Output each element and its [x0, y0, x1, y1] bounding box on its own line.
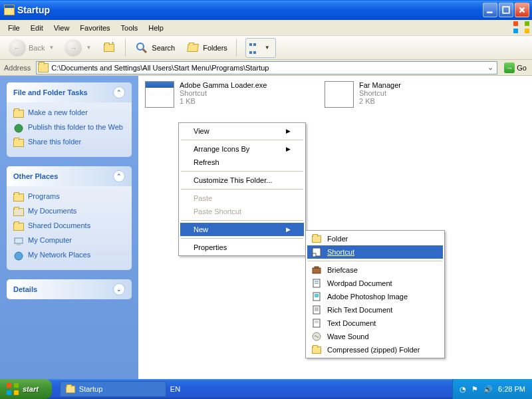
place-my-documents[interactable]: My Documents: [13, 205, 125, 219]
new-wordpad-document[interactable]: Wordpad Document: [307, 277, 443, 290]
text-document-icon: [311, 318, 322, 329]
file-name: Far Manager: [359, 81, 401, 89]
file-size: 2 KB: [359, 97, 401, 105]
windows-logo-icon: [7, 383, 19, 395]
tray-volume-icon[interactable]: 🔊: [483, 385, 493, 394]
file-item-far-manager[interactable]: Far Manager Shortcut 2 KB: [325, 81, 497, 108]
panel-title: Details: [13, 285, 37, 293]
collapse-icon[interactable]: ⌃: [113, 86, 125, 98]
new-text-document[interactable]: Text Document: [307, 317, 443, 330]
taskbar: start Startup EN ◔ ⚑ 🔊 6:28 PM: [0, 379, 532, 399]
new-wave-sound[interactable]: Wave Sound: [307, 330, 443, 343]
shortcut-icon: [311, 247, 322, 257]
new-briefcase[interactable]: Briefcase: [307, 263, 443, 277]
ctx-view[interactable]: View▶: [180, 124, 304, 138]
ctx-paste: Paste: [180, 192, 304, 205]
address-input[interactable]: [51, 64, 482, 72]
new-shortcut[interactable]: Shortcut: [307, 245, 443, 259]
menu-tools[interactable]: Tools: [116, 22, 144, 34]
address-dropdown-button[interactable]: ⌄: [485, 63, 495, 72]
side-panel: File and Folder Tasks ⌃ Make a new folde…: [0, 76, 138, 379]
place-shared-documents[interactable]: Shared Documents: [13, 219, 125, 234]
back-label: Back: [29, 44, 45, 52]
go-label: Go: [517, 64, 527, 72]
shared-documents-icon: [13, 221, 24, 232]
briefcase-icon: [311, 265, 322, 275]
ctx-refresh[interactable]: Refresh: [180, 156, 304, 169]
menu-file[interactable]: File: [3, 22, 25, 34]
menu-edit[interactable]: Edit: [25, 22, 49, 34]
ctx-properties[interactable]: Properties: [180, 241, 304, 254]
panel-header[interactable]: Details ⌄: [7, 279, 132, 299]
new-compressed-folder[interactable]: Compressed (zipped) Folder: [307, 343, 443, 356]
zip-folder-icon: [311, 344, 322, 355]
panel-title: Other Places: [13, 172, 58, 180]
folder-contents[interactable]: Adobe Gamma Loader.exe Shortcut 1 KB Far…: [138, 76, 532, 379]
place-my-computer[interactable]: My Computer: [13, 234, 125, 249]
task-new-folder[interactable]: Make a new folder: [13, 106, 125, 121]
forward-button[interactable]: → ▼: [60, 36, 96, 60]
close-button[interactable]: [515, 3, 529, 17]
my-computer-icon: [13, 236, 24, 247]
menu-help[interactable]: Help: [143, 22, 169, 34]
tray-icon[interactable]: ◔: [460, 385, 466, 394]
submenu-arrow-icon: ▶: [286, 146, 291, 152]
body-area: File and Folder Tasks ⌃ Make a new folde…: [0, 76, 532, 379]
maximize-button[interactable]: [499, 3, 513, 17]
search-label: Search: [152, 44, 175, 52]
panel-header[interactable]: Other Places ⌃: [7, 166, 132, 186]
views-button[interactable]: ▼: [241, 35, 281, 61]
panel-file-folder-tasks: File and Folder Tasks ⌃ Make a new folde…: [7, 82, 132, 157]
file-size: 1 KB: [180, 97, 267, 105]
svg-point-2: [137, 43, 144, 50]
svg-rect-16: [315, 294, 319, 297]
search-button[interactable]: Search: [130, 37, 180, 59]
wave-sound-icon: [311, 331, 322, 342]
place-programs[interactable]: Programs: [13, 190, 125, 205]
new-folder[interactable]: Folder: [307, 232, 443, 245]
svg-rect-5: [15, 238, 23, 243]
my-documents-icon: [13, 207, 24, 217]
system-tray: ◔ ⚑ 🔊 6:28 PM: [452, 379, 532, 399]
search-icon: [134, 41, 149, 55]
back-arrow-icon: ←: [9, 39, 26, 57]
up-button[interactable]: ↑: [97, 37, 121, 59]
share-folder-icon: [13, 138, 24, 148]
folders-icon: [186, 41, 200, 55]
file-item-adobe-gamma[interactable]: Adobe Gamma Loader.exe Shortcut 1 KB: [145, 81, 318, 108]
folders-button[interactable]: Folders: [181, 37, 232, 59]
wordpad-icon: [311, 278, 322, 289]
task-share-folder[interactable]: Share this folder: [13, 136, 125, 150]
menu-favorites[interactable]: Favorites: [74, 22, 115, 34]
submenu-arrow-icon: ▶: [286, 226, 291, 233]
minimize-button[interactable]: [483, 3, 497, 17]
chevron-down-icon: ▼: [49, 45, 54, 51]
new-folder-icon: [13, 108, 24, 119]
back-button[interactable]: ← Back ▼: [4, 36, 59, 60]
svg-rect-21: [313, 319, 320, 327]
svg-rect-1: [503, 7, 509, 13]
ctx-new[interactable]: New▶: [180, 223, 304, 236]
collapse-icon[interactable]: ⌃: [113, 170, 125, 182]
menu-view[interactable]: View: [49, 22, 75, 34]
photoshop-icon: [311, 291, 322, 302]
expand-icon[interactable]: ⌄: [113, 283, 125, 295]
new-photoshop-image[interactable]: Adobe Photoshop Image: [307, 290, 443, 303]
new-rich-text-document[interactable]: Rich Text Document: [307, 303, 443, 317]
panel-header[interactable]: File and Folder Tasks ⌃: [7, 82, 132, 102]
taskbar-item-startup[interactable]: Startup: [60, 381, 166, 397]
task-label: Startup: [79, 385, 102, 393]
place-my-network-places[interactable]: My Network Places: [13, 249, 125, 263]
views-icon: ▼: [245, 38, 276, 58]
address-input-container[interactable]: ⌄: [36, 61, 497, 74]
go-button[interactable]: → Go: [501, 61, 529, 74]
ctx-arrange-icons[interactable]: Arrange Icons By▶: [180, 142, 304, 156]
start-button[interactable]: start: [0, 379, 52, 399]
language-indicator[interactable]: EN: [166, 385, 184, 393]
ctx-customize-folder[interactable]: Customize This Folder...: [180, 174, 304, 187]
tray-icon[interactable]: ⚑: [471, 385, 478, 394]
task-publish-web[interactable]: Publish this folder to the Web: [13, 121, 125, 136]
clock[interactable]: 6:28 PM: [498, 385, 525, 393]
svg-rect-9: [313, 253, 316, 257]
rtf-icon: [311, 305, 322, 315]
